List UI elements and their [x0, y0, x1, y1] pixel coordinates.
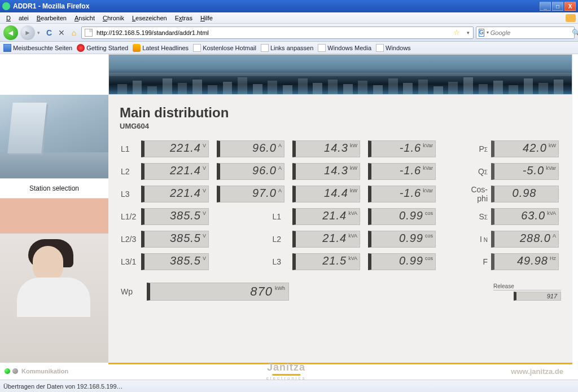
brand-logo: Janitza electronics [266, 362, 306, 380]
header-banner [108, 54, 572, 95]
home-button[interactable]: ⌂ [69, 28, 79, 38]
menu-ansicht[interactable]: Ansicht [71, 14, 99, 23]
bookmark-windows-media[interactable]: Windows Media [318, 44, 371, 52]
page-content: Station selection Main distribution UMG6… [0, 54, 578, 380]
l3-voltage: 221.4V [141, 186, 209, 202]
communication-label: Kommunikation [21, 368, 68, 375]
url-input[interactable] [95, 29, 450, 36]
throbber-icon [566, 14, 576, 22]
side-image-city [0, 95, 108, 178]
device-name: UMG604 [120, 122, 561, 130]
l2-current: 96.0A [217, 163, 284, 180]
history-drop-icon[interactable]: ▾ [37, 30, 42, 36]
l1-power: 14.3kW [292, 140, 360, 157]
label-l3: L3 [120, 190, 141, 199]
side-spacer [0, 199, 108, 234]
bookmark-latest-headlines[interactable]: Latest Headlines [133, 44, 189, 52]
comm-leds [0, 368, 18, 374]
l2-cos: 0.99cos [368, 231, 436, 248]
l1-voltage: 221.4V [141, 140, 209, 157]
search-input[interactable] [491, 29, 569, 36]
label-freq: F [464, 257, 491, 266]
nav-toolbar: ◄ ► ▾ C ✕ ⌂ ☆ ▾ G ▾ 🔍 [0, 24, 578, 42]
side-column: Station selection [0, 95, 108, 363]
search-engine-drop-icon[interactable]: ▾ [487, 30, 491, 35]
l31-voltage: 385.5V [141, 253, 209, 270]
bookmark-meistbesuchte[interactable]: Meistbesuchte Seiten [3, 44, 72, 52]
release-block: Release 917 [493, 283, 561, 301]
menu-bar: Datei Bearbeiten Ansicht Chronik Lesezei… [0, 12, 578, 24]
l3-current: 97.0A [217, 186, 284, 202]
search-bar[interactable]: G ▾ 🔍 [476, 27, 575, 39]
url-bar[interactable]: ☆ ▾ [81, 27, 474, 39]
menu-extras[interactable]: Extras [171, 14, 196, 23]
bookmark-links-anpassen[interactable]: Links anpassen [261, 44, 313, 52]
energy-row: Wp 870kWh Release 917 [120, 283, 561, 301]
label-l1: L1 [120, 144, 141, 153]
menu-datei[interactable]: Datei [2, 14, 33, 23]
q-sum: -5.0kVar [491, 163, 559, 180]
menu-bearbeiten[interactable]: Bearbeiten [33, 14, 71, 23]
menu-hilfe[interactable]: Hilfe [196, 14, 217, 23]
side-image-person [0, 234, 108, 363]
window-maximize-button[interactable]: □ [552, 2, 563, 11]
label-cosphi: Cos-phi [464, 185, 491, 203]
bookmark-hotmail[interactable]: Kostenlose Hotmail [193, 44, 256, 52]
status-text: Übertragen der Daten von 192.168.5.199… [3, 383, 123, 390]
measurement-grid: L1 221.4V 96.0A 14.3kW -1.6kVar PΣ 42.0k… [120, 139, 561, 271]
page-icon [85, 29, 93, 37]
label-wp: Wp [120, 287, 141, 296]
label-kva-l2: L2 [217, 235, 284, 244]
bookmark-getting-started[interactable]: Getting Started [77, 44, 128, 52]
l2-reactive: -1.6kVar [368, 163, 436, 180]
label-l12: L1/2 [120, 212, 141, 221]
label-kva-l3: L3 [217, 257, 284, 266]
release-label: Release [493, 283, 561, 290]
window-title: ADDR1 - Mozilla Firefox [13, 2, 89, 10]
release-value: 917 [514, 292, 561, 301]
l3-power: 14.4kW [292, 186, 360, 202]
bookmark-star-icon[interactable]: ☆ [450, 28, 463, 37]
i-neutral: 288.0A [491, 231, 559, 248]
label-in: I N [464, 235, 491, 244]
label-qsum: QΣ [464, 167, 491, 176]
l3-apparent: 21.5kVA [292, 253, 360, 270]
page-title: Main distribution [120, 105, 561, 121]
l1-reactive: -1.6kVar [368, 140, 436, 157]
back-button[interactable]: ◄ [3, 25, 18, 40]
label-psum: PΣ [464, 144, 491, 153]
l3-cos: 0.99cos [368, 253, 436, 270]
l1-apparent: 21.4kVA [292, 208, 360, 225]
status-bar: Übertragen der Daten von 192.168.5.199… [0, 380, 578, 392]
cos-phi: 0.98 [491, 186, 559, 202]
stop-button[interactable]: ✕ [56, 28, 67, 38]
footer-panel: Kommunikation Janitza electronics www.ja… [0, 363, 572, 380]
window-close-button[interactable]: X [564, 2, 576, 11]
search-engine-icon[interactable]: G [479, 29, 484, 37]
p-sum: 42.0kW [491, 140, 559, 157]
led-green-icon [5, 368, 10, 374]
bookmark-windows[interactable]: Windows [376, 44, 411, 52]
l23-voltage: 385.5V [141, 231, 209, 248]
l12-voltage: 385.5V [141, 208, 209, 225]
main-panel: Main distribution UMG604 L1 221.4V 96.0A… [108, 95, 572, 363]
brand-url[interactable]: www.janitza.de [511, 367, 563, 376]
label-l2: L2 [120, 167, 141, 176]
url-drop-icon[interactable]: ▾ [463, 30, 473, 36]
window-minimize-button[interactable]: _ [540, 2, 551, 11]
label-ssum: SΣ [464, 212, 491, 221]
led-grey-icon [12, 368, 18, 374]
label-kva-l1: L1 [217, 212, 284, 221]
window-titlebar: ADDR1 - Mozilla Firefox _ □ X [0, 0, 578, 12]
wp-energy: 870kWh [147, 283, 289, 301]
frequency: 49.98Hz [491, 253, 559, 270]
menu-chronik[interactable]: Chronik [99, 14, 128, 23]
l2-voltage: 221.4V [141, 163, 209, 180]
forward-button[interactable]: ► [20, 25, 35, 40]
label-l23: L2/3 [120, 235, 141, 244]
search-go-icon[interactable]: 🔍 [569, 29, 578, 37]
station-selection-button[interactable]: Station selection [0, 178, 108, 199]
l1-cos: 0.99cos [368, 208, 436, 225]
reload-button[interactable]: C [44, 28, 54, 38]
menu-lesezeichen[interactable]: Lesezeichen [128, 14, 171, 23]
